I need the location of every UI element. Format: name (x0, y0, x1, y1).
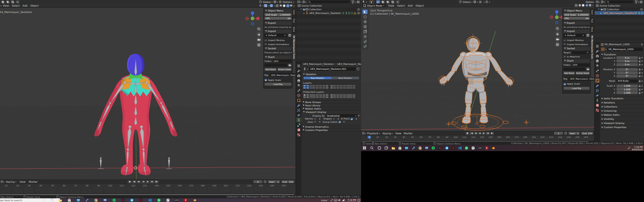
snap-chevron-icon[interactable]: ▾ (477, 1, 478, 3)
orientation-chevron-icon[interactable]: ▾ (271, 1, 273, 3)
shading-material-button[interactable] (586, 4, 588, 7)
timeline-menu-item[interactable]: View ▾ (18, 180, 27, 184)
taskbar-app-icon[interactable] (121, 198, 125, 202)
panel-object-menu-header[interactable]: Object Menu (264, 9, 292, 12)
properties-tab[interactable] (595, 63, 600, 68)
eye-icon[interactable] (357, 12, 360, 14)
transform-value-field[interactable]: XYZ Euler (616, 80, 638, 83)
expand-icon[interactable] (301, 9, 302, 9)
next-keyframe-button[interactable] (150, 180, 154, 184)
active-tool-indicator[interactable] (369, 0, 374, 4)
shapes-checkbox[interactable] (333, 118, 335, 120)
taskbar-app-icon[interactable] (405, 146, 408, 150)
pan-hand-icon[interactable] (555, 32, 560, 36)
armature-name-field[interactable]: UE4_Mannequin_Skeleton.002 (309, 67, 356, 71)
timeline-menu-item[interactable]: Keying ▾ (5, 180, 18, 184)
layer-cell[interactable] (330, 94, 333, 96)
stash-folder-field[interactable]: UE4 (572, 64, 590, 67)
jump-to-end-button[interactable] (155, 180, 159, 184)
import-meshes-checkbox[interactable]: Import Meshes (563, 39, 590, 41)
delete-stash-button[interactable]: Delete Stash (278, 68, 292, 71)
taskbar-app-icon[interactable] (148, 198, 152, 202)
tool-annotate[interactable] (362, 39, 368, 44)
tool-move[interactable] (362, 19, 368, 24)
animate-dot[interactable] (642, 69, 643, 70)
left-timeline-channels[interactable] (0, 187, 295, 194)
fake-user-shield-icon[interactable] (357, 67, 359, 71)
taskbar-app-icon[interactable] (458, 146, 462, 150)
layer-cell[interactable] (310, 85, 313, 87)
layer-cell[interactable] (336, 85, 339, 87)
select-mode-set-button[interactable] (376, 0, 380, 3)
use-preview-range-clock-icon[interactable] (564, 132, 567, 135)
snap-magnet-icon[interactable] (273, 0, 276, 3)
jump-to-end-button[interactable] (490, 132, 494, 135)
animate-dot[interactable] (642, 60, 643, 62)
properties-tab[interactable] (595, 108, 600, 112)
select-mode-intersect-button[interactable] (396, 0, 400, 3)
menu-item[interactable]: View (2, 4, 11, 7)
play-button[interactable] (146, 180, 150, 184)
proportional-chevron-icon[interactable]: ▾ (489, 1, 490, 3)
properties-tab[interactable] (296, 127, 301, 132)
current-frame-field[interactable]: 1 (554, 132, 563, 135)
layer-cell[interactable] (306, 87, 309, 89)
id-type-chevron-icon[interactable]: ▾ (605, 48, 607, 50)
filter-chevron-icon[interactable]: ▾ (604, 1, 605, 3)
properties-tab[interactable] (296, 108, 301, 112)
taskbar-app-icon[interactable] (175, 198, 178, 202)
layer-cell[interactable] (340, 85, 343, 87)
taskbar-app-icon[interactable] (184, 198, 188, 202)
layer-cell[interactable] (343, 94, 346, 96)
layer-cell[interactable] (303, 94, 306, 96)
tray-links-label[interactable]: Links (321, 199, 327, 202)
next-keyframe-button[interactable] (486, 132, 490, 135)
play-reverse-button[interactable] (478, 132, 482, 135)
n-panel-tab[interactable]: Item (293, 8, 295, 16)
layer-cell[interactable] (343, 96, 346, 98)
menu-item[interactable]: View (387, 4, 396, 7)
layer-cell[interactable] (336, 94, 339, 96)
select-mode-set-button[interactable] (1, 0, 5, 3)
shading-chevron-icon[interactable]: ▾ (592, 4, 593, 7)
snap-magnet-icon[interactable] (473, 0, 476, 3)
layer-cell[interactable] (319, 94, 322, 96)
collapsed-panel-header[interactable]: Instancing (600, 108, 644, 112)
layer-cell[interactable] (330, 87, 333, 89)
clear-icon[interactable]: ✕ (284, 34, 286, 37)
import-meshes-checkbox[interactable]: Import Meshes (264, 39, 292, 41)
layer-cell[interactable] (326, 96, 329, 98)
menu-item[interactable]: Object (29, 4, 40, 7)
layer-cell[interactable] (333, 85, 336, 87)
panel-socket-header[interactable]: Socket (563, 47, 590, 50)
layer-cell[interactable] (310, 94, 313, 96)
taskbar-app-icon[interactable] (412, 146, 415, 150)
taskbar-app-icon[interactable] (139, 198, 143, 202)
layer-cell[interactable] (352, 87, 355, 89)
taskbar-app-icon[interactable] (193, 198, 197, 202)
menu-item[interactable]: Add (406, 4, 414, 7)
outliner-row-armature-object-selected[interactable]: ▸ UE4_Mannequin_Skeleton (595, 11, 644, 15)
zoom-icon[interactable] (555, 26, 560, 31)
panel-export-header[interactable]: Export (563, 21, 590, 25)
layer-cell[interactable] (349, 85, 352, 87)
expand-icon[interactable] (598, 9, 600, 9)
fps-slider[interactable]: FPS24 (264, 17, 292, 20)
overlays-chevron-icon[interactable]: ▾ (274, 5, 275, 7)
taskbar-app-icon[interactable] (478, 146, 482, 150)
taskbar-app-icon[interactable] (398, 146, 402, 150)
timeline-menu-item[interactable]: Playback ▾ (366, 131, 382, 135)
camera-view-icon[interactable] (257, 37, 261, 42)
panel-stash-header[interactable]: Stash (264, 55, 292, 59)
taskbar-app-icon[interactable] (85, 198, 89, 202)
n-panel-tab[interactable]: Item (591, 8, 594, 16)
properties-tab[interactable] (296, 73, 301, 78)
id-type-chevron-icon[interactable]: ▾ (307, 68, 308, 70)
outliner-row-collection[interactable]: Collection (296, 7, 361, 11)
breadcrumb-object[interactable]: SK_Mannequin_LOD0 (605, 43, 630, 46)
layer-cell[interactable] (313, 85, 315, 87)
shading-rendered-button[interactable] (290, 5, 292, 7)
menu-item[interactable]: Object (414, 4, 425, 7)
lock-icon[interactable] (639, 63, 641, 66)
collapsed-panel-header[interactable]: Motion Paths (600, 112, 644, 117)
